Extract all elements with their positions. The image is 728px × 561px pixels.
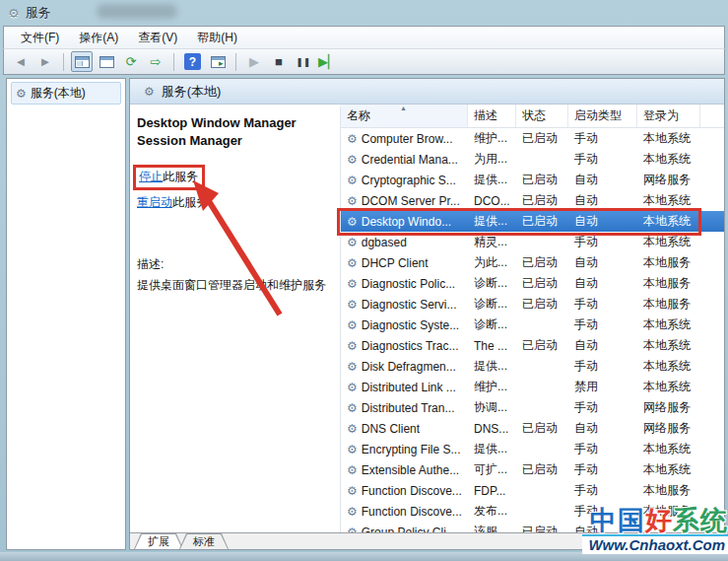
service-row[interactable]: ⚙Function Discove...FDP...手动本地服务 — [341, 480, 724, 501]
service-row[interactable]: ⚙Cryptographic S...提供...已启动自动网络服务 — [341, 170, 724, 190]
service-row[interactable]: ⚙Diagnostic Servi...诊断...已启动手动本地服务 — [341, 294, 724, 315]
service-desc-cell: 诊断... — [468, 316, 516, 333]
forward-icon[interactable]: ► — [34, 51, 56, 72]
services-list: 名称▲描述状态启动类型登录为 ⚙Computer Brow...维护...已启动… — [340, 105, 724, 532]
service-row[interactable]: ⚙Credential Mana...为用...手动本地系统 — [341, 149, 724, 170]
service-row[interactable]: ⚙Diagnostic Polic...诊断...已启动自动本地服务 — [341, 273, 724, 294]
pause-service-icon[interactable]: ❚❚ — [293, 51, 314, 72]
service-name: Distributed Tran... — [362, 401, 455, 415]
restart-service-line: 重启动此服务 — [137, 194, 334, 211]
start-service-icon[interactable]: ▶ — [243, 51, 265, 72]
service-row[interactable]: ⚙Encrypting File S...提供...手动本地系统 — [341, 439, 724, 459]
restart-service-icon[interactable]: ▶▏ — [317, 51, 339, 72]
properties-icon[interactable] — [96, 51, 117, 72]
service-row[interactable]: ⚙Disk Defragmen...提供...手动本地系统 — [341, 356, 724, 377]
service-logon-cell: 本地系统 — [637, 234, 700, 250]
column-header-5[interactable]: 登录为 — [637, 105, 700, 127]
service-name-cell: ⚙Disk Defragmen... — [341, 360, 468, 374]
service-logon-cell: 本地系统 — [637, 379, 700, 395]
watermark-char: 好 — [645, 506, 673, 535]
service-name: Diagnostic Syste... — [362, 318, 459, 332]
service-name: Distributed Link ... — [362, 381, 456, 394]
service-logon-cell: 网络服务 — [637, 420, 700, 437]
service-name: dgbased — [362, 236, 407, 249]
column-header-3[interactable]: 状态 — [516, 105, 568, 127]
service-startup-cell: 自动 — [568, 254, 637, 271]
stop-service-link[interactable]: 停止 — [139, 170, 163, 183]
title-bar[interactable]: ⚙ 服务 — [0, 0, 728, 26]
service-status-cell: 已启动 — [516, 524, 568, 532]
console-tree-icon[interactable] — [71, 51, 93, 72]
service-name-cell: ⚙Group Policy Cli... — [341, 526, 468, 533]
service-gear-icon: ⚙ — [347, 382, 358, 393]
service-status-cell: 已启动 — [516, 461, 568, 478]
tab-label: 扩展 — [134, 533, 183, 549]
extended-pane-icon[interactable] — [207, 51, 229, 72]
service-startup-cell: 手动 — [568, 358, 637, 375]
service-name: Diagnostic Servi... — [362, 298, 457, 312]
column-header-4[interactable]: 启动类型 — [568, 105, 637, 127]
service-name-cell: ⚙Credential Mana... — [341, 153, 468, 167]
menu-item-action[interactable]: 操作(A) — [70, 27, 127, 49]
menu-item-help[interactable]: 帮助(H) — [188, 27, 246, 49]
service-desc-cell: The ... — [468, 339, 516, 353]
tab-label: 标准 — [179, 533, 229, 549]
service-startup-cell: 手动 — [568, 130, 637, 147]
service-row[interactable]: ⚙Distributed Tran...协调...手动网络服务 — [341, 397, 724, 418]
service-row-selected[interactable]: ⚙Desktop Windo...提供...已启动自动本地系统 — [341, 211, 724, 232]
refresh-icon[interactable]: ⟳ — [120, 51, 142, 72]
stop-service-icon[interactable]: ■ — [268, 51, 290, 72]
service-startup-cell: 禁用 — [568, 379, 637, 395]
tab-standard[interactable]: 标准 — [179, 533, 229, 549]
service-row[interactable]: ⚙Diagnostics Trac...The ...已启动自动本地系统 — [341, 335, 724, 356]
service-gear-icon: ⚙ — [347, 299, 358, 311]
service-name-cell: ⚙Desktop Windo... — [341, 215, 468, 229]
selected-service-title: Desktop Window Manager Session Manager — [137, 114, 334, 149]
service-row[interactable]: ⚙dgbased精灵...手动本地系统 — [341, 232, 724, 252]
console-tree-icon — [75, 56, 90, 68]
service-row[interactable]: ⚙DNS ClientDNS...已启动自动网络服务 — [341, 418, 724, 439]
menu-item-file[interactable]: 文件(F) — [12, 27, 68, 49]
tab-extended[interactable]: 扩展 — [134, 533, 183, 549]
extended-panel: Desktop Window Manager Session Manager 停… — [130, 105, 340, 532]
service-name: Cryptographic S... — [362, 174, 456, 187]
service-gear-icon: ⚙ — [347, 464, 358, 476]
service-logon-cell: 本地系统 — [637, 358, 700, 375]
service-logon-cell: 本地系统 — [637, 316, 700, 333]
service-status-cell: 已启动 — [516, 420, 568, 437]
service-status-cell: 已启动 — [516, 172, 568, 188]
service-logon-cell: 本地服务 — [637, 482, 700, 499]
service-row[interactable]: ⚙Computer Brow...维护...已启动手动本地系统 — [341, 128, 724, 149]
menu-item-view[interactable]: 查看(V) — [129, 27, 186, 49]
service-row[interactable]: ⚙Distributed Link ...维护...禁用本地系统 — [341, 377, 724, 397]
service-row[interactable]: ⚙Diagnostic Syste...诊断...手动本地系统 — [341, 315, 724, 335]
service-row[interactable]: ⚙Extensible Authe...可扩...已启动手动本地系统 — [341, 459, 724, 480]
service-name: DHCP Client — [362, 256, 429, 270]
redacted-blur — [97, 4, 177, 19]
service-name: DCOM Server Pr... — [362, 194, 460, 208]
service-row[interactable]: ⚙DHCP Client为此...已启动自动本地服务 — [341, 252, 724, 273]
service-status-cell: 已启动 — [516, 254, 568, 271]
column-header-1[interactable]: 名称▲ — [341, 105, 468, 127]
service-gear-icon: ⚙ — [347, 257, 358, 269]
tree-node-services-local[interactable]: ⚙ 服务(本地) — [11, 82, 121, 105]
extended-pane-icon — [211, 56, 226, 68]
watermark-brand: 中国好系统 — [582, 508, 728, 534]
list-header: 名称▲描述状态启动类型登录为 — [341, 105, 724, 128]
column-header-2[interactable]: 描述 — [468, 105, 516, 127]
service-desc-cell: 该服... — [468, 524, 516, 532]
service-startup-cell: 手动 — [568, 399, 637, 416]
service-name: Function Discove... — [362, 505, 462, 519]
service-gear-icon: ⚙ — [347, 340, 358, 352]
help-icon[interactable]: ? — [184, 53, 201, 70]
service-desc-cell: DCO... — [468, 194, 516, 208]
export-list-icon[interactable]: ⇨ — [145, 51, 166, 72]
toolbar: ◄►⟳⇨?▶■❚❚▶▏ — [3, 48, 725, 75]
service-name-cell: ⚙Diagnostics Trac... — [341, 339, 468, 353]
service-desc-cell: 提供... — [468, 441, 516, 457]
restart-service-link[interactable]: 重启动 — [137, 195, 172, 209]
back-icon[interactable]: ◄ — [10, 51, 32, 72]
service-row[interactable]: ⚙DCOM Server Pr...DCO...已启动自动本地系统 — [341, 190, 724, 211]
menu-bar: 文件(F)操作(A)查看(V)帮助(H) — [3, 26, 725, 48]
service-logon-cell: 本地系统 — [637, 213, 700, 230]
